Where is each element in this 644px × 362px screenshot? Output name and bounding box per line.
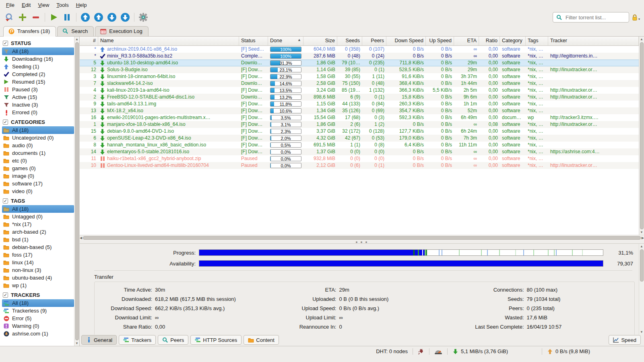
- filter-item-all-18[interactable]: All (18): [2, 47, 74, 55]
- table-row[interactable]: 1manjaro-xfce-18.0-stable-x86_64.iso[F] …: [80, 121, 639, 128]
- column-header-tags[interactable]: Tags: [526, 37, 548, 45]
- menu-help[interactable]: Help: [72, 1, 91, 9]
- detail-tab-peers[interactable]: Peers: [158, 335, 188, 345]
- section-header-status[interactable]: ✓STATUS: [3, 40, 74, 46]
- filter-item-games-0[interactable]: games (0): [2, 165, 74, 172]
- table-row[interactable]: 11haiku-r1beta1-x86_gcc2_hybrid-anyboot.…: [80, 155, 639, 162]
- filter-item-seeding-1[interactable]: Seeding (1): [2, 63, 74, 70]
- filter-item-error-5[interactable]: Error (5): [2, 315, 74, 322]
- filter-item-ashrise-com-1[interactable]: ashrise.com (1): [2, 330, 74, 337]
- detail-tab-http-sources[interactable]: HTTP Sources: [190, 335, 242, 345]
- filter-item-all-18[interactable]: All (18): [2, 299, 74, 307]
- table-row[interactable]: 4kali-linux-2019-1a-amd64-iso[F] Dow…13,…: [80, 87, 639, 94]
- scroll-down-icon[interactable]: ▼: [640, 329, 643, 335]
- column-header-tracker[interactable]: Tracker: [548, 37, 639, 45]
- detail-tab-trackers[interactable]: Trackers: [119, 335, 156, 345]
- queue-move-top-button[interactable]: [80, 12, 91, 23]
- connection-plug-icon[interactable]: [418, 348, 424, 355]
- details-scrollbar[interactable]: ▲ ▼: [639, 244, 644, 335]
- menu-edit[interactable]: Edit: [18, 1, 34, 9]
- section-header-tags[interactable]: ✓TAGS: [3, 198, 74, 204]
- filter-item-errored-0[interactable]: Errored (0): [2, 109, 74, 116]
- filter-item-completed-2[interactable]: Completed (2): [2, 70, 74, 78]
- table-scrollbar[interactable]: ▲ ▼: [639, 37, 644, 235]
- filter-item-foss-17[interactable]: foss (17): [2, 251, 74, 259]
- tab-transfers-[interactable]: Transfers (18): [3, 26, 56, 37]
- table-row[interactable]: 12Solus-3-Budgie.iso[F] Dow…23,1%1,14 Gi…: [80, 66, 639, 73]
- table-row[interactable]: *minix_R3.3.0-588a35b.iso.bz2Comple…100%…: [80, 53, 639, 60]
- tab-search[interactable]: Search: [57, 26, 94, 36]
- filter-item-uncategorized-0[interactable]: Uncategorized (0): [2, 134, 74, 142]
- scroll-up-icon[interactable]: ▲: [640, 244, 643, 249]
- speed-limits-icon[interactable]: [434, 349, 442, 354]
- section-checkbox[interactable]: ✓: [3, 119, 8, 125]
- filter-input[interactable]: [565, 14, 625, 21]
- lock-button[interactable]: ▾: [632, 14, 640, 21]
- filter-item-active-15[interactable]: Active (15): [2, 93, 74, 101]
- column-header-num[interactable]: #: [80, 37, 98, 45]
- filter-item-video-0[interactable]: video (0): [2, 187, 74, 195]
- queue-move-down-button[interactable]: [107, 12, 117, 23]
- scroll-right-icon[interactable]: ▶: [642, 235, 644, 241]
- column-header-size[interactable]: Size: [303, 37, 337, 45]
- detail-tab-general[interactable]: General: [81, 335, 117, 345]
- table-row[interactable]: 14elementaryos-5.0-stable.20181016.iso[F…: [80, 148, 639, 155]
- column-header-eta[interactable]: ETA: [454, 37, 479, 45]
- filter-item-all-18[interactable]: All (18): [2, 205, 74, 213]
- menu-file[interactable]: File: [2, 1, 18, 9]
- section-header-categories[interactable]: ✓CATEGORIES: [3, 119, 74, 125]
- speed-graph-button[interactable]: Speed: [609, 335, 641, 345]
- table-row[interactable]: 16enwiki-20190101-pages-articles-multist…: [80, 114, 639, 121]
- filter-item-etc-0[interactable]: etc (0): [2, 157, 74, 165]
- section-checkbox[interactable]: ✓: [3, 41, 8, 46]
- table-row[interactable]: 9tails-amd64-3.13.1.img[F] Dow…11,8%1,15…: [80, 101, 639, 107]
- filter-item-software-17[interactable]: software (17): [2, 180, 74, 187]
- section-checkbox[interactable]: ✓: [3, 292, 8, 298]
- column-header-seeds[interactable]: Seeds: [337, 37, 362, 45]
- table-row[interactable]: 2FreeBSD-12.0-STABLE-amd64-disc1.isoDown…: [80, 94, 639, 101]
- table-row[interactable]: 6openSUSE-Leap-42.3-DVD-x86_64.iso[F] Do…: [80, 135, 639, 142]
- section-checkbox[interactable]: ✓: [3, 198, 8, 204]
- filter-item-arch-based-2[interactable]: arch-based (2): [2, 228, 74, 236]
- column-header-up-speed[interactable]: Up Speed: [426, 37, 454, 45]
- column-header-ratio[interactable]: Ratio: [479, 37, 500, 45]
- scroll-down-icon[interactable]: ▼: [640, 230, 643, 235]
- filter-item-documents-1[interactable]: documents (1): [2, 149, 74, 157]
- options-gear-button[interactable]: [138, 12, 149, 23]
- filter-item-downloading-16[interactable]: Downloading (16): [2, 55, 74, 63]
- table-row[interactable]: 5ubuntu-18.10-desktop-amd64.isoDownlo…31…: [80, 60, 639, 66]
- pause-button[interactable]: [62, 12, 72, 23]
- filter-item-paused-3[interactable]: Paused (3): [2, 86, 74, 93]
- filter-item-untagged-0[interactable]: Untagged (0): [2, 213, 74, 220]
- column-header-name[interactable]: Name: [98, 37, 239, 45]
- filter-item-debian-based-5[interactable]: debian-based (5): [2, 243, 74, 251]
- table-row[interactable]: 8hannah_montana_linux_x86_basic_edition.…: [80, 142, 639, 148]
- filter-item-bsd-1[interactable]: bsd (1): [2, 236, 74, 243]
- column-header-done[interactable]: Done▲: [268, 37, 303, 45]
- panel-splitter-handle[interactable]: ● ● ●: [80, 241, 644, 243]
- filter-item-wp-1[interactable]: wp (1): [2, 282, 74, 289]
- section-header-trackers[interactable]: ✓TRACKERS: [3, 292, 74, 298]
- filter-item-warning-0[interactable]: Warning (0): [2, 322, 74, 330]
- scroll-up-icon[interactable]: ▲: [75, 37, 78, 42]
- filter-item-resumed-15[interactable]: Resumed (15): [2, 78, 74, 86]
- column-header-category[interactable]: Category: [500, 37, 526, 45]
- table-row[interactable]: 10Gentoo-Linux-livedvd-amd64-multilib-20…: [80, 162, 639, 169]
- sidebar-scrollbar[interactable]: ▲ ▼: [74, 37, 79, 346]
- delete-torrent-button[interactable]: [31, 12, 41, 23]
- table-row[interactable]: 3linuxmint-18-cinnamon-64bit.iso[F] Dow……: [80, 73, 639, 80]
- column-header-down-speed[interactable]: Down Speed: [386, 37, 426, 45]
- tab-execution-log[interactable]: Execution Log: [95, 26, 148, 36]
- filter-item-non-linux-3[interactable]: non-linux (3): [2, 266, 74, 274]
- menu-tools[interactable]: Tools: [53, 1, 72, 9]
- filter-item-all-18[interactable]: All (18): [2, 126, 74, 134]
- resume-button[interactable]: [49, 12, 59, 23]
- scroll-left-icon[interactable]: ◀: [80, 235, 82, 241]
- add-torrent-button[interactable]: [17, 12, 28, 23]
- column-header-peers[interactable]: Peers: [362, 37, 386, 45]
- detail-tab-content[interactable]: Content: [244, 335, 279, 345]
- column-header-status[interactable]: Status: [239, 37, 268, 45]
- filter-item-ubuntu-based-4[interactable]: ubuntu-based (4): [2, 274, 74, 282]
- table-row[interactable]: 7slackware64-14.2-isoDownlo…14,6%2,58 Gi…: [80, 80, 639, 87]
- table-row[interactable]: 13MX-18.2_x64.iso[F] Dow…10,6%1,34 GiB35…: [80, 107, 639, 114]
